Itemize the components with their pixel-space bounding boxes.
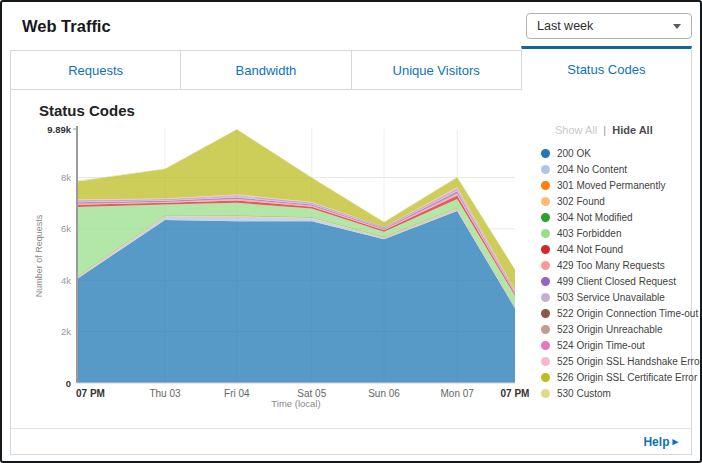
web-traffic-widget: Web Traffic Last week Requests Bandwidth… [0, 0, 702, 463]
legend-item-204-no-content[interactable]: 204 No Content [541, 161, 693, 177]
legend-dot [541, 325, 550, 334]
x-tick-label: Mon 07 [441, 388, 475, 399]
hide-all-button[interactable]: Hide All [612, 124, 653, 136]
legend-item-525-origin-ssl-handshake-error[interactable]: 525 Origin SSL Handshake Error [541, 353, 693, 369]
tab-status-codes[interactable]: Status Codes [521, 46, 692, 90]
legend-item-524-origin-time-out[interactable]: 524 Origin Time-out [541, 337, 693, 353]
legend-label: 304 Not Modified [557, 212, 633, 223]
x-tick-label: 07 PM [76, 388, 105, 399]
legend-label: 204 No Content [557, 164, 627, 175]
arrow-right-icon: ▸ [672, 435, 678, 448]
time-range-dropdown[interactable]: Last week [526, 13, 692, 39]
legend-dot [541, 389, 550, 398]
legend-separator: | [603, 124, 606, 136]
time-range-value: Last week [537, 19, 593, 33]
legend-dot [541, 149, 550, 158]
x-tick-label: Sun 06 [368, 388, 400, 399]
tab-bar: Requests Bandwidth Unique Visitors Statu… [10, 46, 692, 90]
legend-label: 403 Forbidden [557, 228, 622, 239]
legend-dot [541, 341, 550, 350]
x-axis-label: Time (local) [271, 398, 320, 409]
x-tick-label: Sat 05 [297, 388, 326, 399]
legend-dot [541, 309, 550, 318]
legend-item-404-not-found[interactable]: 404 Not Found [541, 241, 693, 257]
help-label: Help [643, 435, 669, 449]
legend-label: 301 Moved Permanently [557, 180, 665, 191]
legend-dot [541, 229, 550, 238]
legend-item-429-too-many-requests[interactable]: 429 Too Many Requests [541, 257, 693, 273]
legend-label: 523 Origin Unreachable [557, 324, 663, 335]
y-axis-label: Number of Requests [34, 214, 44, 297]
help-link[interactable]: Help ▸ [643, 435, 678, 449]
legend-item-304-not-modified[interactable]: 304 Not Modified [541, 209, 693, 225]
y-tick-label: 9.89k [47, 124, 71, 135]
legend-label: 302 Found [557, 196, 605, 207]
legend-item-526-origin-ssl-certificate-error[interactable]: 526 Origin SSL Certificate Error [541, 369, 693, 385]
widget-title: Web Traffic [22, 17, 111, 36]
tab-label: Requests [68, 63, 123, 78]
tab-unique-visitors[interactable]: Unique Visitors [351, 50, 522, 90]
panel-footer: Help ▸ [11, 428, 691, 454]
legend-dot [541, 245, 550, 254]
tab-label: Bandwidth [236, 63, 297, 78]
legend-dot [541, 373, 550, 382]
legend-dot [541, 357, 550, 366]
widget-header: Web Traffic Last week [2, 2, 700, 46]
y-tick-label: 2k [61, 326, 71, 337]
y-tick-label: 0 [66, 378, 71, 389]
legend-label: 200 OK [557, 148, 591, 159]
area-200-ok [77, 211, 515, 383]
legend-item-403-forbidden[interactable]: 403 Forbidden [541, 225, 693, 241]
tab-bandwidth[interactable]: Bandwidth [180, 50, 351, 90]
legend-item-list: 200 OK204 No Content301 Moved Permanentl… [541, 145, 693, 401]
legend-header: Show All | Hide All [555, 124, 693, 136]
legend-label: 524 Origin Time-out [557, 340, 645, 351]
y-tick-label: 8k [61, 172, 71, 183]
legend-item-302-found[interactable]: 302 Found [541, 193, 693, 209]
legend-dot [541, 293, 550, 302]
tab-label: Unique Visitors [393, 63, 480, 78]
legend-item-523-origin-unreachable[interactable]: 523 Origin Unreachable [541, 321, 693, 337]
legend-label: 429 Too Many Requests [557, 260, 665, 271]
show-all-button[interactable]: Show All [555, 124, 597, 136]
legend-dot [541, 213, 550, 222]
legend-label: 499 Client Closed Request [557, 276, 676, 287]
tab-panel-status-codes: Status Codes Number of Requests Time (lo… [10, 90, 692, 455]
x-tick-label: Thu 03 [149, 388, 181, 399]
legend-item-522-origin-connection-time-out[interactable]: 522 Origin Connection Time-out [541, 305, 693, 321]
legend-item-530-custom[interactable]: 530 Custom [541, 385, 693, 401]
y-tick-label: 4k [61, 275, 71, 286]
y-tick-label: 6k [61, 223, 71, 234]
legend-label: 503 Service Unavailable [557, 292, 665, 303]
legend-label: 525 Origin SSL Handshake Error [557, 356, 702, 367]
tab-requests[interactable]: Requests [10, 50, 181, 90]
legend-item-200-ok[interactable]: 200 OK [541, 145, 693, 161]
legend-dot [541, 165, 550, 174]
chart-title: Status Codes [39, 102, 691, 119]
legend-label: 522 Origin Connection Time-out [557, 308, 698, 319]
x-tick-label: 07 PM [501, 388, 530, 399]
legend-dot [541, 197, 550, 206]
legend-label: 404 Not Found [557, 244, 623, 255]
legend-dot [541, 261, 550, 270]
legend-dot [541, 277, 550, 286]
legend-dot [541, 181, 550, 190]
legend-label: 526 Origin SSL Certificate Error [557, 372, 697, 383]
chart-legend: Show All | Hide All 200 OK204 No Content… [541, 124, 693, 401]
x-tick-label: Fri 04 [224, 388, 250, 399]
chevron-down-icon [673, 24, 681, 29]
legend-item-499-client-closed-request[interactable]: 499 Client Closed Request [541, 273, 693, 289]
chart-area: Number of Requests Time (local) 02k4k6k8… [11, 119, 691, 428]
tab-label: Status Codes [567, 62, 645, 77]
legend-label: 530 Custom [557, 388, 611, 399]
legend-item-503-service-unavailable[interactable]: 503 Service Unavailable [541, 289, 693, 305]
legend-item-301-moved-permanently[interactable]: 301 Moved Permanently [541, 177, 693, 193]
